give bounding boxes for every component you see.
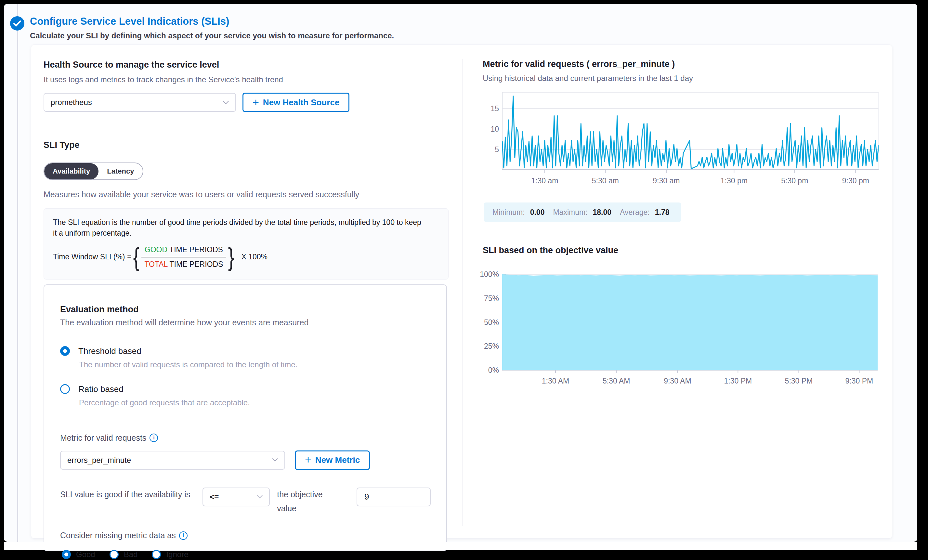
x-tick-label: 5:30 AM bbox=[603, 377, 630, 386]
missing-data-label-text: Consider missing metric data as bbox=[60, 531, 176, 540]
x-tick-label: 9:30 PM bbox=[846, 377, 873, 386]
health-source-description: It uses logs and metrics to track change… bbox=[44, 75, 449, 84]
sli-area-chart: 0%25%50%75%100% bbox=[483, 274, 879, 374]
x-tick-label: 1:30 AM bbox=[542, 377, 569, 386]
sli-type-label: SLI Type bbox=[44, 140, 449, 150]
sli-type-description: Measures how available your service was … bbox=[44, 190, 449, 199]
sli-chart-y-axis: 0%25%50%75%100% bbox=[483, 274, 502, 374]
y-tick-label: 10 bbox=[490, 125, 499, 133]
plus-icon: + bbox=[253, 96, 259, 108]
sli-type-toggle: Availability Latency bbox=[44, 163, 143, 180]
ratio-based-label: Ratio based bbox=[78, 384, 124, 394]
left-brace: { bbox=[133, 246, 139, 269]
sli-equation-box: The SLI equation is the number of good t… bbox=[44, 208, 449, 279]
ratio-based-radio[interactable] bbox=[60, 384, 70, 394]
step-complete-icon bbox=[10, 16, 24, 31]
average-label: Average: bbox=[620, 208, 650, 217]
average-value: 1.78 bbox=[655, 208, 670, 217]
threshold-based-radio[interactable] bbox=[60, 346, 70, 356]
sli-equation-description: The SLI equation is the number of good t… bbox=[53, 217, 427, 239]
page-title: Configure Service Level Indicatiors (SLI… bbox=[30, 15, 229, 27]
new-metric-button[interactable]: + New Metric bbox=[295, 450, 370, 470]
ratio-based-description: Percentage of good requests that are acc… bbox=[79, 398, 431, 407]
threshold-based-description: The number of valid requests is compared… bbox=[79, 360, 431, 369]
objective-value-label: the objective value bbox=[277, 488, 331, 516]
equation-fraction: GOOD TIME PERIODS TOTAL TIME PERIODS bbox=[141, 245, 226, 269]
numerator-rest: TIME PERIODS bbox=[167, 246, 223, 254]
chevron-down-icon bbox=[223, 101, 229, 104]
valid-requests-metric-select[interactable]: errors_per_minute bbox=[60, 451, 285, 470]
sli-equation: Time Window SLI (%) = { GOOD TIME PERIOD… bbox=[53, 245, 439, 269]
info-icon[interactable]: i bbox=[150, 433, 158, 442]
missing-data-good-label: Good bbox=[76, 550, 95, 559]
total-time-periods: TOTAL bbox=[144, 260, 167, 269]
stepper-line bbox=[17, 4, 18, 542]
threshold-based-label: Threshold based bbox=[78, 346, 141, 356]
metric-selected-value: errors_per_minute bbox=[67, 456, 131, 465]
metric-chart-plot bbox=[502, 92, 879, 174]
y-tick-label: 25% bbox=[484, 342, 499, 351]
sli-config-card: Health Source to manage the service leve… bbox=[31, 44, 892, 539]
y-tick-label: 0% bbox=[488, 366, 499, 375]
metric-chart-x-axis: 1:30 am5:30 am9:30 am1:30 pm5:30 pm9:30 … bbox=[502, 177, 879, 188]
new-health-source-label: New Health Source bbox=[263, 98, 340, 108]
y-tick-label: 15 bbox=[490, 104, 499, 113]
minimum-value: 0.00 bbox=[530, 208, 545, 217]
missing-data-ignore-label: Ignore bbox=[166, 550, 188, 559]
comparator-select[interactable]: <= bbox=[203, 488, 270, 507]
sli-good-condition-label: SLI value is good if the availability is bbox=[60, 488, 194, 502]
x-tick-label: 9:30 AM bbox=[664, 377, 691, 386]
app-background: Configure Service Level Indicatiors (SLI… bbox=[4, 4, 917, 542]
chevron-down-icon bbox=[257, 495, 263, 499]
x-tick-label: 9:30 pm bbox=[842, 177, 869, 185]
maximum-value: 18.00 bbox=[593, 208, 612, 217]
missing-data-bad-label: Bad bbox=[124, 550, 138, 559]
metric-chart-y-axis: 51015 bbox=[483, 92, 502, 174]
column-divider bbox=[462, 59, 463, 526]
metric-stats-bar: Minimum: 0.00 Maximum: 18.00 Average: 1.… bbox=[484, 203, 681, 222]
metric-chart-subtitle: Using historical data and current parame… bbox=[483, 74, 879, 83]
evaluation-card: Evaluation method The evaluation method … bbox=[44, 284, 447, 551]
info-icon[interactable]: i bbox=[179, 531, 188, 540]
missing-metric-data-label: Consider missing metric data as i bbox=[60, 531, 431, 540]
sli-chart-title: SLI based on the objective value bbox=[483, 246, 879, 255]
metric-history-chart: 51015 bbox=[483, 92, 879, 174]
missing-data-bad-radio[interactable] bbox=[110, 550, 119, 559]
y-tick-label: 100% bbox=[480, 270, 499, 279]
preview-column: Metric for valid requests ( errors_per_m… bbox=[483, 59, 879, 388]
equation-lhs: Time Window SLI (%) = bbox=[53, 253, 131, 261]
y-tick-label: 75% bbox=[484, 294, 499, 302]
sli-type-option-availability[interactable]: Availability bbox=[44, 163, 99, 179]
y-tick-label: 50% bbox=[484, 318, 499, 327]
missing-data-good-radio[interactable] bbox=[62, 550, 71, 559]
maximum-label: Maximum: bbox=[553, 208, 588, 217]
x-tick-label: 5:30 pm bbox=[781, 177, 808, 185]
health-source-selected-value: prometheus bbox=[51, 98, 92, 107]
x-tick-label: 5:30 PM bbox=[785, 377, 813, 386]
evaluation-method-title: Evaluation method bbox=[60, 305, 431, 314]
bottom-strip bbox=[4, 542, 917, 550]
health-source-select[interactable]: prometheus bbox=[44, 93, 236, 112]
y-tick-label: 5 bbox=[495, 145, 499, 154]
x-tick-label: 9:30 am bbox=[653, 177, 680, 185]
denominator-rest: TIME PERIODS bbox=[168, 260, 223, 269]
new-health-source-button[interactable]: + New Health Source bbox=[243, 93, 350, 112]
objective-value-input[interactable] bbox=[357, 488, 431, 507]
good-time-periods: GOOD bbox=[145, 246, 167, 254]
minimum-label: Minimum: bbox=[493, 208, 525, 217]
metric-for-valid-requests-label: Metric for valid requests i bbox=[60, 433, 431, 443]
x-tick-label: 1:30 am bbox=[531, 177, 558, 185]
new-metric-label: New Metric bbox=[315, 455, 360, 465]
metric-chart-title: Metric for valid requests ( errors_per_m… bbox=[483, 59, 879, 69]
missing-data-ignore-radio[interactable] bbox=[152, 550, 161, 559]
plus-icon: + bbox=[305, 454, 311, 465]
x-tick-label: 5:30 am bbox=[592, 177, 619, 185]
metric-label-text: Metric for valid requests bbox=[60, 433, 146, 443]
sli-chart-plot bbox=[502, 274, 878, 374]
x-tick-label: 1:30 pm bbox=[720, 177, 748, 185]
sli-type-option-latency[interactable]: Latency bbox=[99, 163, 142, 179]
right-brace: } bbox=[228, 246, 234, 269]
comparator-value: <= bbox=[210, 492, 219, 502]
x-tick-label: 1:30 PM bbox=[724, 377, 752, 386]
chevron-down-icon bbox=[272, 458, 278, 462]
